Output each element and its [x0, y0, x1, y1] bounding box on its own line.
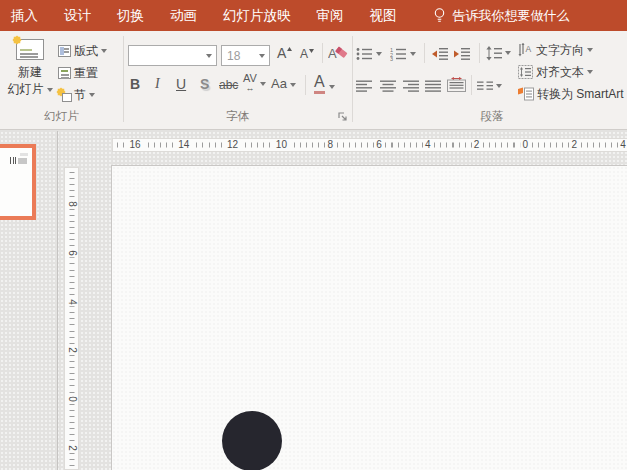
slide-thumbnail-panel[interactable] — [0, 131, 57, 470]
h-ruler-number: 6 — [374, 139, 384, 151]
slides-group-label: 幻灯片 — [0, 109, 123, 124]
thumbnail-content-block — [20, 153, 28, 156]
chevron-down-icon — [101, 49, 107, 53]
new-slide-label-1: 新建 — [18, 64, 42, 81]
tab-view[interactable]: 视图 — [360, 0, 407, 31]
chevron-down-icon — [587, 48, 593, 52]
left-right-arrow-icon: ↔ — [245, 83, 254, 93]
chevron-down-icon — [47, 88, 53, 92]
tab-review[interactable]: 审阅 — [307, 0, 354, 31]
decrease-indent-icon — [431, 47, 449, 61]
chevron-down-icon — [410, 52, 416, 56]
numbering-icon: 123 — [390, 47, 407, 61]
h-ruler-number: 8 — [325, 139, 335, 151]
underline-button[interactable]: U — [176, 76, 186, 92]
tab-insert[interactable]: 插入 — [1, 0, 48, 31]
panel-splitter[interactable] — [57, 131, 58, 470]
increase-indent-icon — [453, 47, 471, 61]
tab-design[interactable]: 设计 — [54, 0, 101, 31]
v-ruler-number: 2 — [66, 347, 77, 355]
chevron-down-icon — [376, 52, 382, 56]
align-left-icon — [356, 80, 373, 92]
align-text-button[interactable]: 对齐文本 — [518, 63, 593, 81]
v-ruler-number: 0 — [66, 395, 77, 403]
line-spacing-icon — [486, 46, 502, 61]
chevron-down-icon — [290, 83, 296, 87]
chevron-down-icon — [260, 82, 266, 86]
ribbon-tab-bar: 插入设计切换动画幻灯片放映审阅视图 告诉我你想要做什么 — [0, 0, 627, 31]
v-ruler-number: 2 — [66, 444, 77, 452]
ellipse-shape[interactable] — [222, 411, 282, 470]
new-slide-icon — [16, 39, 44, 60]
justify-button[interactable] — [425, 77, 442, 95]
text-direction-button[interactable]: A 文字方向 — [518, 41, 593, 59]
thumbnail-text-marks — [10, 157, 17, 164]
clear-formatting-button[interactable]: A — [328, 44, 348, 61]
workspace: 161412108642024 864202 — [0, 131, 627, 470]
tell-me-label: 告诉我你想要做什么 — [453, 7, 570, 25]
slide-thumbnail-selected[interactable] — [0, 144, 36, 220]
distribute-text-button[interactable] — [447, 75, 466, 93]
font-group-label: 字体 — [123, 109, 352, 124]
text-direction-icon: A — [518, 43, 533, 57]
increase-indent-button[interactable] — [453, 45, 471, 63]
tab-transitions[interactable]: 切换 — [107, 0, 154, 31]
columns-button[interactable] — [477, 77, 502, 95]
italic-button[interactable]: I — [155, 76, 160, 92]
reset-icon — [58, 67, 71, 79]
lightbulb-icon — [433, 7, 446, 24]
reset-button[interactable]: 重置 — [58, 64, 98, 82]
h-ruler-number: 4 — [618, 139, 627, 151]
chevron-down-icon — [206, 54, 212, 58]
columns-icon — [477, 80, 493, 92]
h-ruler-number: 2 — [472, 139, 482, 151]
tab-animations[interactable]: 动画 — [160, 0, 207, 31]
font-color-button[interactable]: A — [314, 73, 335, 94]
justify-icon — [425, 80, 442, 92]
align-center-button[interactable] — [380, 77, 397, 95]
horizontal-ruler[interactable]: 161412108642024 — [112, 138, 627, 152]
h-ruler-number: 4 — [423, 139, 433, 151]
v-ruler-number: 6 — [66, 249, 77, 257]
numbering-button[interactable]: 123 — [390, 45, 416, 63]
chevron-down-icon — [587, 70, 593, 74]
slide-canvas[interactable] — [111, 165, 627, 470]
sparkle-icon — [12, 35, 21, 44]
convert-to-smartart-button[interactable]: 转换为 SmartArt — [518, 85, 624, 103]
shrink-font-button[interactable]: A — [300, 47, 315, 61]
new-slide-button[interactable]: 新建 幻灯片 — [4, 35, 56, 106]
align-center-icon — [380, 80, 397, 92]
change-case-button[interactable]: Aa — [271, 76, 296, 91]
h-ruler-number: 10 — [274, 139, 289, 151]
bullets-button[interactable] — [356, 45, 382, 63]
vertical-ruler[interactable]: 864202 — [64, 167, 79, 470]
svg-text:3: 3 — [390, 56, 393, 61]
chevron-down-icon — [89, 93, 95, 97]
align-text-icon — [518, 65, 533, 79]
align-left-button[interactable] — [356, 77, 373, 95]
chevron-down-icon — [496, 84, 502, 88]
h-ruler-number: 12 — [225, 139, 240, 151]
layout-button[interactable]: 版式 — [58, 42, 107, 60]
text-shadow-button[interactable]: S — [200, 76, 209, 92]
tell-me-box[interactable]: 告诉我你想要做什么 — [433, 0, 570, 31]
strikethrough-button[interactable]: abc — [219, 78, 238, 92]
grow-font-button[interactable]: A — [277, 45, 293, 61]
chevron-down-icon — [505, 51, 511, 55]
decrease-indent-button[interactable] — [431, 45, 449, 63]
font-name-combobox[interactable] — [128, 45, 217, 66]
character-spacing-button[interactable]: AV ↔ — [243, 73, 266, 93]
line-spacing-button[interactable] — [486, 44, 511, 62]
section-icon — [58, 89, 71, 101]
ribbon-tabs: 插入设计切换动画幻灯片放映审阅视图 — [0, 0, 407, 31]
caret-down-icon — [308, 48, 315, 54]
distribute-text-icon — [447, 77, 466, 92]
tab-slideshow[interactable]: 幻灯片放映 — [213, 0, 301, 31]
chevron-down-icon — [259, 54, 265, 58]
align-right-button[interactable] — [403, 77, 420, 95]
layout-icon — [58, 45, 71, 57]
section-button[interactable]: 节 — [58, 86, 95, 104]
h-ruler-number: 2 — [569, 139, 579, 151]
font-size-combobox[interactable]: 18 — [221, 45, 270, 66]
bold-button[interactable]: B — [130, 76, 140, 92]
